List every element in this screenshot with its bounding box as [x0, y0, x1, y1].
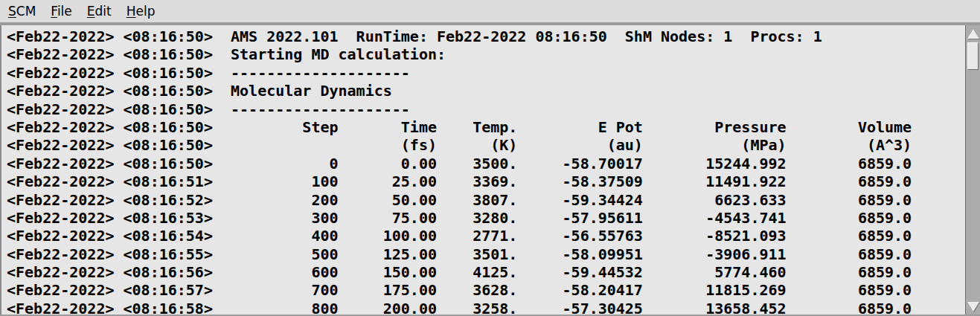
arrow-up-icon — [967, 29, 979, 39]
log-line: <Feb22-2022> <08:16:50> Step Time Temp. … — [7, 118, 965, 136]
log-line: <Feb22-2022> <08:16:56> 600 150.00 4125.… — [7, 263, 965, 281]
scrollbar-thumb[interactable] — [967, 42, 979, 70]
log-line: <Feb22-2022> <08:16:58> 800 200.00 3258.… — [7, 300, 965, 315]
menu-file[interactable]: File — [43, 1, 79, 22]
log-line: <Feb22-2022> <08:16:53> 300 75.00 3280. … — [7, 209, 965, 227]
log-text-area[interactable]: <Feb22-2022> <08:16:50> AMS 2022.101 Run… — [1, 25, 965, 315]
log-line: <Feb22-2022> <08:16:50> AMS 2022.101 Run… — [7, 28, 965, 45]
menu-scm[interactable]: SCM — [1, 1, 43, 22]
logfile-window: SCMFileEditHelp <Feb22-2022> <08:16:50> … — [0, 0, 980, 316]
log-line: <Feb22-2022> <08:16:51> 100 25.00 3369. … — [7, 172, 965, 190]
log-line: <Feb22-2022> <08:16:50> Molecular Dynami… — [7, 82, 965, 100]
log-line: <Feb22-2022> <08:16:50> (fs) (K) (au) (M… — [7, 136, 965, 154]
log-line: <Feb22-2022> <08:16:54> 400 100.00 2771.… — [7, 227, 965, 245]
scrollbar-down-button[interactable] — [966, 299, 980, 314]
log-line: <Feb22-2022> <08:16:50> Starting MD calc… — [7, 45, 965, 63]
menu-edit[interactable]: Edit — [80, 1, 119, 22]
content-area: <Feb22-2022> <08:16:50> AMS 2022.101 Run… — [0, 25, 980, 316]
log-line: <Feb22-2022> <08:16:57> 700 175.00 3628.… — [7, 281, 965, 299]
log-line: <Feb22-2022> <08:16:50> ----------------… — [7, 100, 965, 118]
arrow-down-icon — [967, 302, 979, 312]
menu-help[interactable]: Help — [119, 1, 163, 22]
log-line: <Feb22-2022> <08:16:50> 0 0.00 3500. -58… — [7, 155, 965, 172]
log-line: <Feb22-2022> <08:16:50> ----------------… — [7, 64, 965, 82]
scrollbar-up-button[interactable] — [966, 26, 980, 41]
vertical-scrollbar[interactable] — [965, 25, 980, 315]
log-line: <Feb22-2022> <08:16:52> 200 50.00 3807. … — [7, 191, 965, 209]
log-line: <Feb22-2022> <08:16:55> 500 125.00 3501.… — [7, 245, 965, 263]
menubar: SCMFileEditHelp — [0, 0, 980, 25]
